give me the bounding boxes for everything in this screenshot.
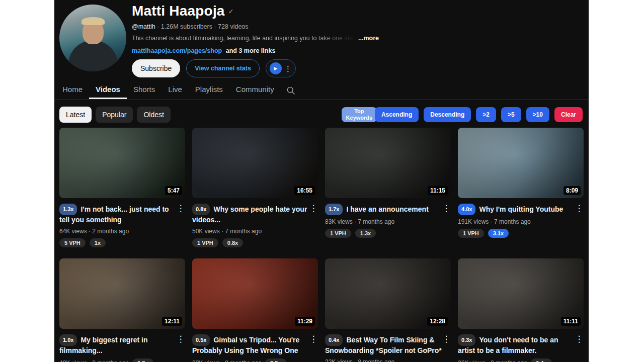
tab-shorts[interactable]: Shorts	[127, 82, 162, 99]
filter-button-ascending[interactable]: Ascending	[375, 107, 419, 122]
sort-chips: LatestPopularOldest	[59, 107, 171, 123]
filter-button-top-keywords[interactable]: Top Keywords	[342, 107, 377, 122]
filter-button--10[interactable]: >10	[526, 107, 549, 122]
video-title[interactable]: 0.5xGimbal vs Tripod... You're Probably …	[192, 334, 309, 355]
video-title-row: 4.0xWhy I'm quitting Youtube ⋮	[458, 204, 584, 215]
video-thumbnail[interactable]: 11:11	[458, 258, 584, 329]
filter-buttons: Top KeywordsAscendingDescending>2>5>10Cl…	[342, 107, 583, 122]
video-title[interactable]: 0.3xYou don't need to be an artist to be…	[458, 334, 575, 355]
tab-playlists[interactable]: Playlists	[189, 82, 229, 99]
stat-chip: 1 VPH	[458, 229, 484, 238]
video-card[interactable]: 5:47 1.3xI'm not back... just need to te…	[59, 128, 185, 247]
sort-chip-popular[interactable]: Popular	[96, 107, 133, 123]
tab-community[interactable]: Community	[229, 82, 281, 99]
video-meta-text: 83K views · 7 months ago	[325, 218, 394, 225]
video-title[interactable]: 0.8xWhy some people hate your videos...	[192, 204, 309, 225]
kebab-menu-icon[interactable]: ⋮	[575, 334, 584, 355]
video-thumbnail[interactable]: 12:28	[325, 258, 451, 329]
kebab-menu-icon[interactable]: ⋮	[309, 334, 318, 355]
video-meta: 83K views · 7 months ago	[325, 218, 451, 225]
sort-chip-latest[interactable]: Latest	[59, 107, 92, 123]
video-title[interactable]: 0.4xBest Way To Film Skiing & Snowboardi…	[325, 334, 442, 355]
video-thumbnail[interactable]: 12:11	[59, 258, 185, 329]
kebab-menu-icon[interactable]: ⋮	[442, 334, 451, 355]
video-card[interactable]: 16:55 0.8xWhy some people hate your vide…	[192, 128, 318, 247]
video-title-row: 1.3xI'm not back... just need to tell yo…	[59, 204, 185, 225]
stat-chip: 0.8x	[222, 238, 243, 247]
tab-videos[interactable]: Videos	[89, 82, 127, 99]
video-title[interactable]: 1.3xI'm not back... just need to tell yo…	[59, 204, 176, 225]
multiplier-badge: 0.3x	[458, 334, 475, 346]
duration-badge: 11:15	[428, 186, 448, 195]
video-card[interactable]: 11:29 0.5xGimbal vs Tripod... You're Pro…	[192, 258, 318, 362]
video-title[interactable]: 1.0xMy biggest regret in filmmaking...	[59, 334, 176, 355]
video-thumbnail[interactable]: 11:29	[192, 258, 318, 329]
tab-live[interactable]: Live	[162, 82, 189, 99]
video-title-row: 0.3xYou don't need to be an artist to be…	[458, 334, 584, 355]
video-card[interactable]: 11:15 1.7xI have an announcement ⋮ 83K v…	[325, 128, 451, 247]
subscribe-button[interactable]: Subscribe	[132, 59, 180, 77]
video-meta-text: 22K views · 8 months ago	[325, 358, 394, 362]
video-title-text[interactable]: I have an announcement	[346, 205, 428, 213]
video-meta-text: 50K views · 7 months ago	[192, 228, 262, 235]
youtube-channel-page: Matti Haapoja✓ @mattih · 1.26M subscribe…	[54, 0, 589, 362]
description-more-link[interactable]: ...more	[358, 35, 379, 42]
video-meta: 64K views · 2 months ago	[59, 228, 185, 235]
video-meta: 48K views · 8 months ago 0.8x	[59, 358, 185, 362]
channel-link[interactable]: mattihaapoja.com/pages/shop	[132, 47, 222, 54]
video-card[interactable]: 11:11 0.3xYou don't need to be an artist…	[458, 258, 584, 362]
multiplier-badge: 0.5x	[192, 334, 210, 346]
channel-name-text: Matti Haapoja	[132, 3, 225, 19]
video-thumbnail[interactable]: 5:47	[59, 128, 185, 198]
video-meta: 26K views · 8 months ago 0.4x	[458, 358, 584, 362]
video-thumbnail[interactable]: 8:09	[458, 128, 584, 198]
video-title-row: 0.8xWhy some people hate your videos... …	[192, 204, 318, 225]
kebab-menu-icon[interactable]: ⋮	[442, 204, 451, 215]
channel-description[interactable]: This channel is about filmmaking, learni…	[132, 35, 388, 42]
video-card[interactable]: 8:09 4.0xWhy I'm quitting Youtube ⋮ 191K…	[458, 128, 584, 247]
channel-meta: @mattih · 1.26M subscribers · 728 videos	[132, 23, 249, 30]
video-meta-text: 33K views · 8 months ago	[192, 359, 262, 362]
video-stat-chips: 1 VPH3.1x	[458, 229, 584, 238]
avatar-person-silhouette	[68, 40, 118, 71]
video-title-row: 1.7xI have an announcement ⋮	[325, 204, 451, 215]
kebab-menu-icon[interactable]: ⋮	[575, 204, 584, 215]
video-meta-text: 64K views · 2 months ago	[59, 228, 129, 235]
channel-tabs: HomeVideosShortsLivePlaylistsCommunity	[56, 82, 281, 99]
inline-stat-chip: 0.4x	[531, 358, 551, 362]
ext-kebab-icon[interactable]: ⋮	[284, 65, 292, 72]
video-card[interactable]: 12:28 0.4xBest Way To Film Skiing & Snow…	[325, 258, 451, 362]
channel-links: mattihaapoja.com/pages/shop and 3 more l…	[132, 47, 275, 54]
video-title-text[interactable]: Why I'm quitting Youtube	[479, 205, 563, 213]
video-stat-chips: 1 VPH1.3x	[325, 229, 451, 238]
filter-button--5[interactable]: >5	[501, 107, 521, 122]
view-channel-stats-button[interactable]: View channel stats	[186, 59, 260, 77]
search-icon[interactable]	[286, 85, 296, 96]
video-thumbnail[interactable]: 16:55	[192, 128, 318, 198]
multiplier-badge: 1.3x	[59, 204, 77, 215]
channel-actions: Subscribe View channel stats ▶ ⋮	[132, 59, 296, 77]
kebab-menu-icon[interactable]: ⋮	[309, 204, 318, 225]
duration-badge: 8:09	[564, 186, 581, 195]
video-title[interactable]: 4.0xWhy I'm quitting Youtube	[458, 204, 575, 215]
video-grid: 5:47 1.3xI'm not back... just need to te…	[54, 123, 589, 362]
tab-home[interactable]: Home	[56, 82, 89, 99]
filter-button-descending[interactable]: Descending	[424, 107, 471, 122]
video-meta: 191K views · 7 months ago	[458, 218, 584, 225]
more-links-label[interactable]: and 3 more links	[226, 47, 276, 54]
duration-badge: 11:29	[295, 317, 315, 326]
duration-badge: 16:55	[294, 186, 315, 195]
sort-chip-oldest[interactable]: Oldest	[137, 107, 170, 123]
video-thumbnail[interactable]: 11:15	[325, 128, 451, 198]
multiplier-badge: 0.8x	[192, 204, 210, 215]
kebab-menu-icon[interactable]: ⋮	[176, 334, 185, 355]
kebab-menu-icon[interactable]: ⋮	[176, 204, 185, 225]
channel-avatar[interactable]	[59, 5, 126, 71]
filter-button-clear[interactable]: Clear	[554, 107, 583, 122]
video-meta-text: 191K views · 7 months ago	[458, 218, 531, 225]
video-card[interactable]: 12:11 1.0xMy biggest regret in filmmakin…	[59, 258, 185, 362]
filter-button--2[interactable]: >2	[476, 107, 496, 122]
video-title[interactable]: 1.7xI have an announcement	[325, 204, 442, 215]
extension-menu-button[interactable]: ▶ ⋮	[266, 59, 296, 77]
multiplier-badge: 4.0x	[458, 204, 475, 215]
